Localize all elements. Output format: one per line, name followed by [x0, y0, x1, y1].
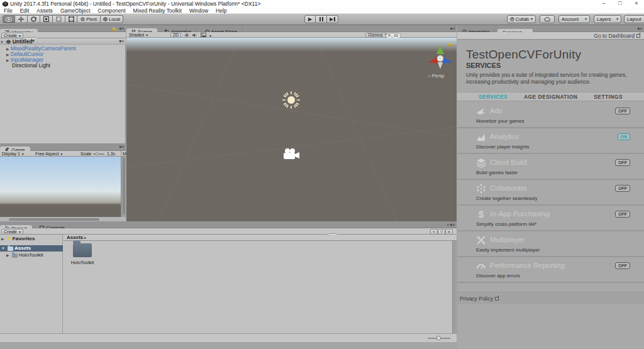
- asset-item-holotoolkit[interactable]: HoloToolkit: [69, 243, 96, 265]
- service-row-collaborate[interactable]: Collaborate OFF Create together seamless…: [457, 180, 644, 206]
- layout-dropdown[interactable]: Layout: [624, 15, 644, 23]
- tree-item-assets[interactable]: ▼ Assets: [0, 245, 63, 252]
- game-viewport[interactable]: [0, 157, 121, 217]
- move-tool-icon: [18, 16, 24, 22]
- analytics-status-badge[interactable]: ON: [618, 133, 631, 140]
- hierarchy-create-button[interactable]: Create: [1, 33, 23, 38]
- project-vertical-scrollbar[interactable]: [452, 241, 457, 333]
- scene-viewport[interactable]: ◅ Persp 🔒: [126, 38, 457, 221]
- menu-help[interactable]: Help: [212, 8, 230, 13]
- camera-gizmo[interactable]: [282, 148, 300, 160]
- project-create-button[interactable]: Create: [1, 229, 23, 235]
- menu-assets[interactable]: Assets: [33, 8, 57, 13]
- services-subtabs: SERVICES AGE DESIGNATION SETTINGS: [457, 92, 644, 101]
- scale-tool-button[interactable]: [40, 15, 53, 23]
- scale-slider[interactable]: [93, 153, 104, 155]
- window-title: Unity 2017.4.3f1 Personal (64bit) - Unti…: [10, 0, 260, 8]
- search-by-label-button[interactable]: [438, 229, 445, 235]
- pivot-icon: [80, 17, 85, 21]
- layers-label: Layers: [597, 16, 611, 23]
- cloud-button[interactable]: [540, 15, 555, 23]
- hierarchy-item-directional-light[interactable]: Directional Light: [12, 63, 50, 69]
- lock-icon[interactable]: 🔒: [111, 26, 117, 32]
- menu-window[interactable]: Window: [186, 8, 212, 13]
- layers-dropdown[interactable]: Layers: [594, 15, 621, 23]
- inspector-tab-strip: Inspector Services ▾≡: [457, 25, 644, 32]
- panel-menu-icon[interactable]: ▾≡: [119, 26, 124, 32]
- foldout-icon[interactable]: ▼: [0, 40, 4, 44]
- service-row-cloud-build[interactable]: Cloud Build OFF Build games faster: [457, 154, 644, 180]
- panel-menu-icon[interactable]: ▾≡: [119, 144, 124, 150]
- project-breadcrumb: Assets▸: [64, 235, 457, 241]
- performance-status-badge[interactable]: OFF: [615, 262, 630, 269]
- transform-tool-button[interactable]: [65, 15, 78, 23]
- rect-tool-button[interactable]: [53, 15, 65, 23]
- menu-file[interactable]: File: [0, 8, 16, 13]
- rotate-tool-button[interactable]: [28, 15, 40, 23]
- maximize-on-play-button[interactable]: M: [121, 151, 126, 157]
- menu-component[interactable]: Component: [94, 8, 130, 13]
- search-by-type-button[interactable]: [430, 229, 438, 235]
- expand-arrow-icon[interactable]: ▶: [1, 236, 4, 242]
- move-tool-button[interactable]: [15, 15, 28, 23]
- account-dropdown[interactable]: Account: [558, 15, 590, 23]
- scene-orientation-gizmo[interactable]: [423, 44, 457, 72]
- panel-menu-icon[interactable]: ▪ ▾≡: [447, 222, 455, 228]
- pause-icon: [319, 17, 323, 21]
- service-row-in-app-purchasing[interactable]: $ In-App Purchasing OFF Simplify cross-p…: [457, 206, 644, 231]
- game-horizontal-scrollbar[interactable]: [0, 217, 126, 221]
- speaker-icon: [192, 33, 197, 38]
- subtab-age-designation[interactable]: AGE DESIGNATION: [524, 94, 577, 100]
- lock-icon[interactable]: 🔒: [447, 42, 453, 47]
- directional-light-gizmo[interactable]: [282, 91, 300, 109]
- scene-header-row[interactable]: ▼ Untitled* ▾≡: [0, 38, 126, 45]
- window-bottom-strip: [0, 342, 457, 349]
- cloud-build-status-badge[interactable]: OFF: [615, 159, 630, 166]
- thumbnail-zoom-slider[interactable]: [428, 338, 450, 339]
- subtab-services[interactable]: SERVICES: [479, 94, 508, 100]
- services-description: Unity provides you a suite of integrated…: [466, 72, 635, 86]
- iap-icon: $: [476, 209, 486, 219]
- iap-status-badge[interactable]: OFF: [615, 211, 630, 218]
- collab-icon: [510, 17, 514, 21]
- persp-label[interactable]: ◅ Persp: [427, 73, 444, 79]
- panel-menu-icon[interactable]: ▾≡: [450, 26, 455, 32]
- subtab-settings[interactable]: SETTINGS: [594, 94, 623, 100]
- game-vertical-scrollbar[interactable]: [121, 157, 126, 217]
- favorites-filter-button[interactable]: ★: [445, 229, 453, 235]
- maximize-button[interactable]: □: [613, 0, 628, 8]
- menu-mixed-reality-toolkit[interactable]: Mixed Reality Toolkit: [130, 8, 186, 13]
- ads-status-badge[interactable]: OFF: [615, 108, 630, 114]
- service-row-multiplayer[interactable]: Multiplayer Easily implement multiplayer: [457, 231, 644, 257]
- hand-tool-button[interactable]: [3, 15, 15, 23]
- 2d-toggle-button[interactable]: 2D: [170, 33, 181, 38]
- close-button[interactable]: ×: [629, 0, 644, 8]
- expand-arrow-icon[interactable]: ▶: [6, 53, 9, 57]
- service-row-analytics[interactable]: Analytics ON Discover player insights: [457, 128, 644, 154]
- tree-item-holotoolkit[interactable]: ▶ HoloToolkit: [6, 252, 43, 258]
- scene-menu-icon[interactable]: ▾≡: [119, 38, 124, 45]
- step-button[interactable]: ▶: [327, 15, 338, 23]
- tree-item-favorites[interactable]: ▶ ★ Favorites: [1, 236, 35, 242]
- service-row-ads[interactable]: Ads OFF Monetize your games: [457, 102, 644, 128]
- menu-gameobject[interactable]: GameObject: [57, 8, 94, 13]
- privacy-policy-link[interactable]: Privacy Policy: [460, 296, 499, 302]
- breadcrumb[interactable]: Assets: [67, 235, 83, 240]
- expand-arrow-icon[interactable]: ▶: [6, 58, 9, 62]
- ads-icon: [476, 106, 486, 116]
- collaborate-status-badge[interactable]: OFF: [615, 185, 630, 192]
- pause-button[interactable]: [316, 15, 327, 23]
- expand-arrow-icon[interactable]: ▶: [6, 47, 9, 51]
- local-toggle-button[interactable]: Local: [101, 15, 123, 23]
- collab-dropdown[interactable]: Collab: [507, 15, 536, 23]
- play-button[interactable]: ▶: [304, 15, 316, 23]
- minimize-button[interactable]: –: [596, 0, 611, 8]
- go-to-dashboard-link[interactable]: Go to Dashboard: [594, 32, 640, 40]
- scale-label: Scale: [80, 151, 92, 157]
- pivot-toggle-button[interactable]: Pivot: [77, 15, 101, 23]
- service-row-performance-reporting[interactable]: Performance Reporting OFF Discover app e…: [457, 257, 644, 283]
- collapse-arrow-icon[interactable]: ▼: [1, 245, 5, 252]
- panel-menu-icon[interactable]: ▾≡: [637, 26, 642, 32]
- expand-arrow-icon[interactable]: ▶: [6, 252, 9, 258]
- menu-edit[interactable]: Edit: [16, 8, 33, 13]
